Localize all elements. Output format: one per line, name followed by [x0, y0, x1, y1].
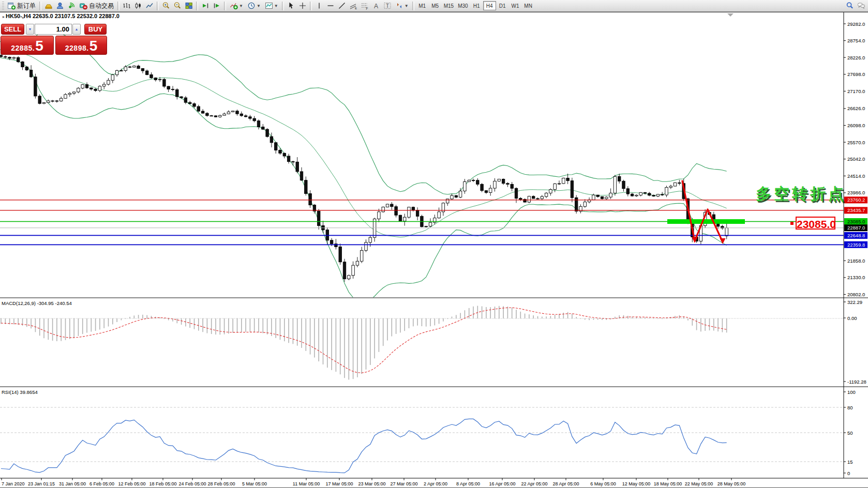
candle-down: [128, 67, 131, 67]
timeframe-h4-button[interactable]: H4: [483, 1, 496, 10]
callout-anchor-handle[interactable]: [790, 222, 794, 225]
candle-up: [635, 195, 638, 196]
price-tag-label: 22648.8: [847, 233, 865, 238]
candle-up: [451, 195, 453, 199]
timeframe-m1-button[interactable]: M1: [416, 1, 429, 10]
candle-down: [296, 162, 298, 172]
candle-down: [652, 195, 655, 196]
candle-up: [725, 228, 728, 236]
cursor-tool-button[interactable]: [286, 1, 297, 11]
svg-text:F: F: [366, 7, 368, 10]
price-tag-label: 23760.2: [847, 197, 865, 203]
chat-button[interactable]: [856, 1, 867, 11]
trendline-tool-button[interactable]: [336, 1, 348, 11]
rsi-tick-label: 0: [847, 470, 850, 476]
sell-button[interactable]: SELL: [1, 24, 24, 35]
timeframe-d1-button[interactable]: D1: [496, 1, 509, 10]
periods-button[interactable]: ▼: [245, 1, 263, 11]
toolbar-grip: [2, 2, 4, 10]
buy-button[interactable]: BUY: [84, 24, 107, 35]
text-tool-button[interactable]: A: [370, 1, 382, 11]
macd-signal-line: [1, 308, 727, 373]
timeframe-m5-button[interactable]: M5: [429, 1, 442, 10]
vertical-line-tool-button[interactable]: [313, 1, 325, 11]
signals-icon: [67, 2, 76, 10]
auto-scroll-button[interactable]: [200, 1, 211, 11]
crosshair-tool-button[interactable]: [297, 1, 308, 11]
volume-input[interactable]: 1.00: [35, 24, 72, 35]
bollinger-bands: [0, 30, 727, 302]
volume-decrease-button[interactable]: ▼: [26, 24, 34, 35]
zoom-in-button[interactable]: [160, 1, 172, 11]
candle-down: [416, 210, 418, 217]
candle-up: [493, 181, 496, 188]
candle-up: [378, 212, 380, 219]
search-button[interactable]: [844, 1, 856, 11]
price-tag-label: 22887.0: [847, 225, 865, 231]
zoom-out-button[interactable]: [172, 1, 183, 11]
candle-up: [98, 86, 101, 90]
autotrading-button[interactable]: 自动交易: [77, 1, 116, 11]
timeframe-m30-button[interactable]: M30: [456, 1, 470, 10]
symbol-ohlc-bar: ▸HK50-,H422635.023107.522532.022887.0: [3, 13, 121, 19]
candle-up: [429, 222, 431, 226]
symbol-name: HK50-,H4: [6, 13, 31, 19]
buy-price-button[interactable]: 22898.5: [55, 36, 107, 55]
candle-down: [206, 113, 208, 116]
candle-down: [240, 114, 243, 116]
candle-down: [214, 116, 217, 117]
candle-down: [536, 199, 539, 199]
candle-down: [485, 191, 487, 193]
price-callout-label[interactable]: 23085.0: [796, 217, 835, 230]
chart-shift-button[interactable]: [211, 1, 222, 11]
templates-button[interactable]: ▼: [263, 1, 280, 11]
line-chart-type-button[interactable]: [144, 1, 155, 11]
label-tool-button[interactable]: T: [382, 1, 393, 11]
channel-tool-button[interactable]: E: [348, 1, 359, 11]
sell-price-button[interactable]: 22885.5: [1, 36, 54, 55]
sell-price-big-digit: 5: [35, 38, 43, 54]
candle-down: [309, 194, 311, 205]
horizontal-line-tool-button[interactable]: [325, 1, 336, 11]
candle-up: [107, 80, 110, 84]
candlestick-chart-type-button[interactable]: [132, 1, 144, 11]
candle-down: [17, 57, 20, 62]
time-tick-label: 28 Feb 05:00: [207, 481, 235, 486]
line-chart-icon: [145, 2, 154, 10]
charts-button[interactable]: [43, 1, 54, 11]
new-order-button[interactable]: 新订单: [5, 1, 38, 11]
toolbar-separator: [39, 2, 41, 10]
price-tick-label: 29282.0: [847, 21, 865, 27]
tile-windows-button[interactable]: [183, 1, 194, 11]
dropdown-caret: ▼: [257, 4, 261, 8]
low-value: 22532.0: [77, 13, 97, 19]
chart-shift-marker-icon: [727, 13, 734, 17]
candle-up: [382, 207, 384, 212]
candle-up: [227, 112, 230, 114]
time-tick-label: 22 May 05:00: [685, 481, 713, 486]
sell-price: 22885.: [11, 44, 35, 52]
timeframe-w1-button[interactable]: W1: [509, 1, 522, 10]
candle-down: [661, 194, 664, 195]
timeframe-mn-button[interactable]: MN: [522, 1, 535, 10]
indicators-button[interactable]: ▼: [228, 1, 245, 11]
fibonacci-tool-button[interactable]: F: [359, 1, 370, 11]
timeframe-m15-button[interactable]: M15: [442, 1, 456, 10]
candle-up: [463, 182, 466, 191]
highlight-green-bar[interactable]: [667, 219, 745, 224]
time-tick-label: 11 Mar 05:00: [293, 481, 320, 486]
time-tick-label: 22 Apr 05:00: [521, 481, 547, 486]
candle-up: [613, 176, 616, 193]
arrows-tool-button[interactable]: ▼: [393, 1, 411, 11]
volume-increase-button[interactable]: ▲: [72, 24, 81, 35]
timeframe-h1-button[interactable]: H1: [470, 1, 483, 10]
auto-scroll-icon: [201, 2, 209, 10]
candle-down: [193, 104, 196, 106]
signals-button[interactable]: [66, 1, 77, 11]
chart-canvas[interactable]: 29282.028754.028226.027698.027170.026626…: [0, 12, 868, 488]
clock-icon: [247, 2, 256, 10]
candle-up: [459, 191, 461, 197]
bar-chart-type-button[interactable]: [121, 1, 132, 11]
community-button[interactable]: [54, 1, 66, 11]
macd-tick-label: -1192.28: [847, 379, 866, 385]
